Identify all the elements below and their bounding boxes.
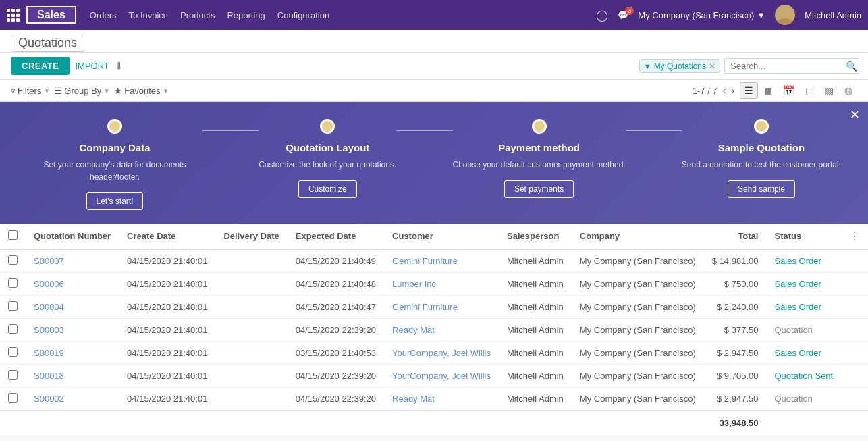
row-salesperson-5: Mitchell Admin <box>499 365 572 388</box>
filters-button[interactable]: ▿ Filters ▼ <box>11 86 50 96</box>
top-navigation: Sales Orders To Invoice Products Reporti… <box>0 0 868 30</box>
footer-total-row: 33,948.50 <box>0 411 868 435</box>
col-create-date[interactable]: Create Date <box>119 224 215 249</box>
step-btn-1[interactable]: Let's start! <box>86 192 144 210</box>
view-calendar-button[interactable]: 📅 <box>778 82 799 99</box>
row-company-5: My Company (San Francisco) <box>572 365 704 388</box>
company-selector[interactable]: My Company (San Francisco) ▼ <box>638 10 765 20</box>
col-status[interactable]: Status <box>766 224 841 249</box>
search-input[interactable] <box>724 58 859 74</box>
menu-to-invoice[interactable]: To Invoice <box>129 10 169 20</box>
banner-close-button[interactable]: ✕ <box>850 107 860 122</box>
row-expected-date-2: 04/15/2020 21:40:47 <box>288 296 384 319</box>
col-expected-date[interactable]: Expected Date <box>288 224 384 249</box>
row-expected-date-0: 04/15/2020 21:40:49 <box>288 249 384 273</box>
search-filter-tag[interactable]: ▼ My Quotations ✕ <box>639 59 720 73</box>
row-checkbox-3[interactable] <box>0 319 26 342</box>
row-checkbox-input-1[interactable] <box>8 278 18 288</box>
row-company-2: My Company (San Francisco) <box>572 296 704 319</box>
row-quotation-num-1[interactable]: S00006 <box>26 273 119 296</box>
step-btn-2[interactable]: Customize <box>298 180 357 198</box>
favorites-button[interactable]: ★ Favorites ▼ <box>114 86 169 96</box>
menu-reporting[interactable]: Reporting <box>227 10 265 20</box>
row-checkbox-input-4[interactable] <box>8 347 18 357</box>
row-customer-6[interactable]: Ready Mat <box>384 388 499 411</box>
row-status-0: Sales Order <box>766 249 841 273</box>
row-checkbox-input-6[interactable] <box>8 393 18 403</box>
row-checkbox-4[interactable] <box>0 342 26 365</box>
menu-orders[interactable]: Orders <box>90 10 117 20</box>
search-submit-button[interactable]: 🔍 <box>846 61 857 72</box>
download-button[interactable]: ⬇ <box>115 60 124 72</box>
row-customer-0[interactable]: Gemini Furniture <box>384 249 499 273</box>
row-checkbox-input-3[interactable] <box>8 324 18 334</box>
step-btn-3[interactable]: Set payments <box>504 180 574 198</box>
select-all-col[interactable] <box>0 224 26 249</box>
step-desc-1: Set your company's data for documents he… <box>27 159 202 183</box>
row-create-date-6: 04/15/2020 21:40:01 <box>119 388 215 411</box>
onboarding-step-1: Company Data Set your company's data for… <box>27 119 202 210</box>
row-checkbox-input-0[interactable] <box>8 255 18 265</box>
row-total-6: $ 2,947.50 <box>704 388 767 411</box>
step-title-3: Payment method <box>498 142 580 153</box>
col-customer[interactable]: Customer <box>384 224 499 249</box>
app-grid-menu[interactable] <box>7 9 20 22</box>
notification-bell[interactable]: 💬 3 <box>618 10 628 20</box>
row-quotation-num-2[interactable]: S00004 <box>26 296 119 319</box>
column-options-button[interactable]: ⋮ <box>849 230 860 242</box>
row-customer-3[interactable]: Ready Mat <box>384 319 499 342</box>
col-company[interactable]: Company <box>572 224 704 249</box>
user-avatar[interactable] <box>775 5 795 25</box>
row-checkbox-2[interactable] <box>0 296 26 319</box>
view-kanban-button[interactable]: ◼ <box>759 82 777 99</box>
col-total[interactable]: Total <box>704 224 767 249</box>
svg-point-1 <box>777 18 793 25</box>
row-checkbox-input-5[interactable] <box>8 370 18 380</box>
row-create-date-3: 04/15/2020 21:40:01 <box>119 319 215 342</box>
filter-tag-remove[interactable]: ✕ <box>709 61 715 71</box>
row-checkbox-1[interactable] <box>0 273 26 296</box>
menu-configuration[interactable]: Configuration <box>277 10 329 20</box>
create-button[interactable]: CREATE <box>11 57 70 75</box>
row-create-date-2: 04/15/2020 21:40:01 <box>119 296 215 319</box>
menu-products[interactable]: Products <box>180 10 215 20</box>
brand-label[interactable]: Sales <box>26 6 76 24</box>
row-quotation-num-6[interactable]: S00002 <box>26 388 119 411</box>
row-total-0: $ 14,981.00 <box>704 249 767 273</box>
pagination-prev[interactable]: ‹ <box>723 85 726 96</box>
clock-icon[interactable]: ◯ <box>596 9 608 22</box>
col-delivery-date[interactable]: Delivery Date <box>215 224 287 249</box>
notification-badge: 3 <box>625 7 634 15</box>
row-customer-1[interactable]: Lumber Inc <box>384 273 499 296</box>
onboarding-steps: Company Data Set your company's data for… <box>0 119 868 210</box>
row-delivery-date-6 <box>215 388 287 411</box>
user-name[interactable]: Mitchell Admin <box>805 10 861 20</box>
row-quotation-num-4[interactable]: S00019 <box>26 342 119 365</box>
row-checkbox-input-2[interactable] <box>8 301 18 311</box>
row-quotation-num-5[interactable]: S00018 <box>26 365 119 388</box>
step-btn-4[interactable]: Send sample <box>728 180 795 198</box>
select-all-checkbox[interactable] <box>8 230 18 240</box>
row-checkbox-5[interactable] <box>0 365 26 388</box>
row-quotation-num-3[interactable]: S00003 <box>26 319 119 342</box>
view-controls: 1-7 / 7 ‹ › ☰ ◼ 📅 ▢ ▩ ◍ <box>693 82 857 99</box>
import-button[interactable]: IMPORT <box>75 61 109 71</box>
pagination-next[interactable]: › <box>731 85 734 96</box>
row-checkbox-0[interactable] <box>0 249 26 273</box>
row-customer-5[interactable]: YourCompany, Joel Willis <box>384 365 499 388</box>
filter-row: ▿ Filters ▼ ☰ Group By ▼ ★ Favorites ▼ 1… <box>0 80 868 102</box>
row-customer-2[interactable]: Gemini Furniture <box>384 296 499 319</box>
view-graph-button[interactable]: ▩ <box>820 82 838 99</box>
row-company-3: My Company (San Francisco) <box>572 319 704 342</box>
col-salesperson[interactable]: Salesperson <box>499 224 572 249</box>
view-activity-button[interactable]: ◍ <box>840 82 857 99</box>
row-quotation-num-0[interactable]: S00007 <box>26 249 119 273</box>
row-checkbox-6[interactable] <box>0 388 26 411</box>
group-by-button[interactable]: ☰ Group By ▼ <box>54 86 110 96</box>
col-quotation-number[interactable]: Quotation Number <box>26 224 119 249</box>
row-customer-4[interactable]: YourCompany, Joel Willis <box>384 342 499 365</box>
onboarding-step-3: Payment method Choose your default custo… <box>453 119 626 198</box>
view-list-button[interactable]: ☰ <box>740 82 758 99</box>
view-pivot-button[interactable]: ▢ <box>801 82 819 99</box>
row-delivery-date-0 <box>215 249 287 273</box>
